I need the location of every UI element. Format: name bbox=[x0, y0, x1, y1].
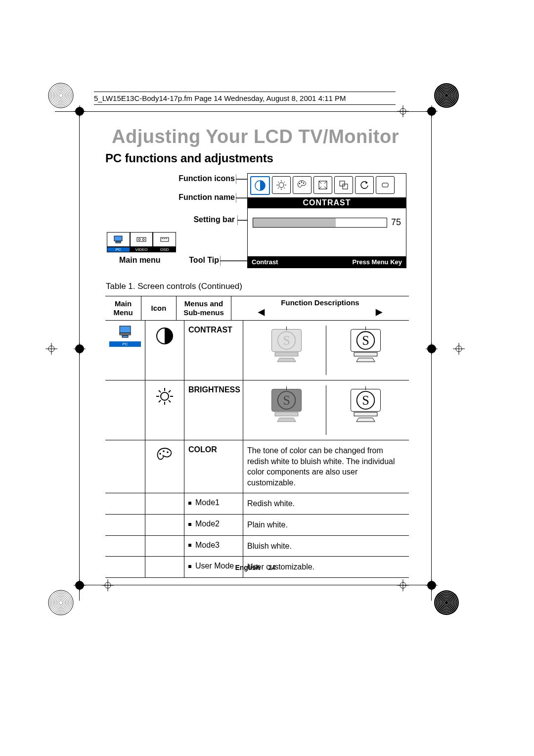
osd-setting-bar: 75 bbox=[248, 208, 406, 233]
regmark-crosshair-icon bbox=[74, 343, 86, 355]
svg-point-15 bbox=[59, 601, 63, 605]
video-tab-icon bbox=[130, 232, 153, 247]
svg-point-95 bbox=[142, 238, 144, 240]
svg-rect-88 bbox=[340, 181, 345, 186]
bullet-icon bbox=[188, 523, 191, 526]
svg-text:S: S bbox=[362, 333, 369, 348]
crop-line-top bbox=[55, 111, 432, 112]
position-icon bbox=[313, 176, 332, 194]
regmark-target-icon bbox=[47, 82, 75, 109]
svg-line-120 bbox=[169, 400, 171, 402]
footer-page: 14 bbox=[268, 564, 276, 571]
osd-panel: CONTRAST 75 Contrast Press Menu Key bbox=[247, 173, 406, 268]
reset-icon bbox=[355, 176, 374, 194]
regmark-crosshair-icon bbox=[426, 579, 438, 591]
footer-lang: English bbox=[235, 564, 260, 571]
misc-icon bbox=[376, 176, 395, 194]
arrow-right-icon: ▶ bbox=[376, 307, 382, 317]
main-menu-caption: Main menu bbox=[119, 256, 161, 265]
color-icon bbox=[145, 440, 184, 493]
bullet-icon bbox=[188, 544, 191, 547]
svg-point-8 bbox=[48, 590, 73, 615]
svg-rect-131 bbox=[354, 412, 377, 416]
svg-point-2 bbox=[51, 86, 70, 105]
svg-rect-107 bbox=[275, 352, 298, 356]
label-function-name: Function name bbox=[153, 193, 235, 202]
svg-line-121 bbox=[169, 390, 171, 392]
th-desc: Function Descriptions bbox=[233, 298, 407, 307]
th-icon: Icon bbox=[141, 296, 177, 320]
crop-line-bottom bbox=[79, 585, 432, 585]
svg-rect-98 bbox=[164, 238, 165, 239]
svg-point-75 bbox=[279, 183, 284, 188]
menu-label: BRIGHTNESS bbox=[184, 380, 243, 440]
osd-tooltip-right: Press Menu Key bbox=[353, 258, 402, 266]
leader-line bbox=[220, 261, 247, 261]
svg-rect-96 bbox=[161, 237, 169, 241]
regmark-crosshair-icon bbox=[74, 105, 86, 117]
color-description: The tone of color can be changed from re… bbox=[243, 440, 409, 493]
svg-text:S: S bbox=[362, 393, 369, 408]
osd-function-icons-row bbox=[248, 174, 406, 197]
svg-rect-92 bbox=[116, 241, 121, 243]
label-setting-bar: Setting bar bbox=[153, 215, 235, 224]
svg-point-16 bbox=[434, 83, 459, 108]
svg-point-24 bbox=[434, 590, 459, 615]
svg-point-135 bbox=[167, 451, 169, 453]
svg-line-119 bbox=[159, 390, 161, 392]
page-title: Adjusting Your LCD TV/Monitor bbox=[79, 126, 432, 147]
crop-line-right bbox=[431, 111, 432, 601]
monitor-low-icon: S bbox=[268, 326, 305, 363]
regmark-crosshair-icon bbox=[397, 105, 409, 117]
svg-point-7 bbox=[59, 94, 63, 97]
menu-label: COLOR bbox=[184, 440, 243, 493]
mode3-desc: Bluish white. bbox=[243, 536, 409, 557]
svg-point-133 bbox=[159, 453, 161, 455]
svg-line-80 bbox=[278, 182, 279, 183]
bullet-icon bbox=[188, 502, 191, 505]
table-caption: Table 1. Screen controls (Continued) bbox=[106, 282, 242, 291]
svg-rect-112 bbox=[354, 352, 377, 356]
monitor-bright-icon: S bbox=[347, 385, 384, 423]
svg-rect-126 bbox=[275, 412, 298, 416]
osd-value: 75 bbox=[391, 217, 401, 228]
mode1-desc: Redish white. bbox=[243, 493, 409, 514]
osd-function-name: CONTRAST bbox=[248, 197, 406, 208]
regmark-crosshair-icon bbox=[426, 105, 438, 117]
brightness-icon bbox=[272, 176, 291, 194]
tab-label-video: VIDEO bbox=[130, 247, 153, 252]
file-header: 5_LW15E13C-Body14-17p.fm Page 14 Wednesd… bbox=[94, 92, 396, 105]
regmark-crosshair-icon bbox=[397, 579, 409, 591]
crop-line-left bbox=[79, 111, 80, 601]
contrast-icon bbox=[250, 176, 270, 195]
th-menus: Menus and Sub-menus bbox=[177, 296, 231, 320]
menu-label: CONTRAST bbox=[184, 321, 243, 380]
osd-tooltip-bar: Contrast Press Menu Key bbox=[248, 256, 406, 268]
svg-point-1 bbox=[50, 85, 72, 106]
main-menu-panel: PC VIDEO OSD bbox=[107, 232, 176, 252]
label-function-icons: Function icons bbox=[153, 174, 235, 183]
svg-point-9 bbox=[50, 592, 72, 614]
contrast-icon bbox=[145, 321, 184, 380]
svg-rect-97 bbox=[162, 238, 163, 239]
tab-label-pc: PC bbox=[107, 247, 130, 252]
regmark-crosshair-icon bbox=[453, 343, 465, 355]
desc-monitor-images: S S bbox=[243, 321, 409, 380]
submenu-label: Mode3 bbox=[184, 536, 243, 557]
svg-point-11 bbox=[53, 595, 69, 611]
submenu-label: Mode2 bbox=[184, 515, 243, 535]
svg-line-83 bbox=[278, 188, 279, 189]
svg-point-10 bbox=[51, 593, 70, 612]
regmark-crosshair-icon bbox=[45, 343, 57, 355]
svg-point-6 bbox=[57, 92, 64, 99]
svg-rect-91 bbox=[114, 236, 122, 241]
section-heading: PC functions and adjustments bbox=[105, 151, 273, 165]
svg-point-85 bbox=[301, 182, 302, 183]
svg-rect-99 bbox=[166, 238, 167, 239]
svg-text:S: S bbox=[283, 393, 290, 408]
submenu-label: Mode1 bbox=[184, 493, 243, 514]
pc-label: PC bbox=[109, 341, 141, 347]
regmark-crosshair-icon bbox=[426, 343, 438, 355]
svg-point-14 bbox=[57, 599, 64, 606]
osd-tab-icon bbox=[153, 232, 176, 247]
